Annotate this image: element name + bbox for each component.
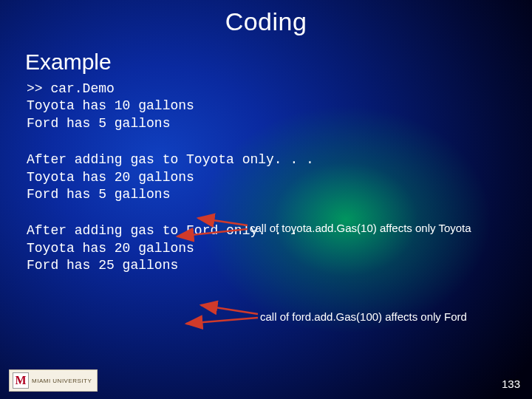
- code-output-after-toyota: After adding gas to Toyota only. . . Toy…: [0, 151, 532, 203]
- annotation-toyota: call of toyota.add.Gas(10) affects only …: [250, 222, 471, 234]
- annotation-ford: call of ford.add.Gas(100) affects only F…: [260, 310, 467, 323]
- code-output-initial: >> car.Demo Toyota has 10 gallons Ford h…: [0, 81, 532, 132]
- university-logo: M MIAMI UNIVERSITY: [9, 369, 98, 392]
- arrow-to-toyota-line-2: [201, 305, 258, 314]
- logo-text: MIAMI UNIVERSITY: [32, 378, 92, 384]
- page-number: 133: [502, 378, 520, 390]
- logo-letter-icon: M: [13, 372, 29, 389]
- arrow-to-ford-line-2: [186, 318, 258, 324]
- slide-title: Coding: [0, 0, 532, 36]
- slide-subtitle: Example: [0, 36, 532, 75]
